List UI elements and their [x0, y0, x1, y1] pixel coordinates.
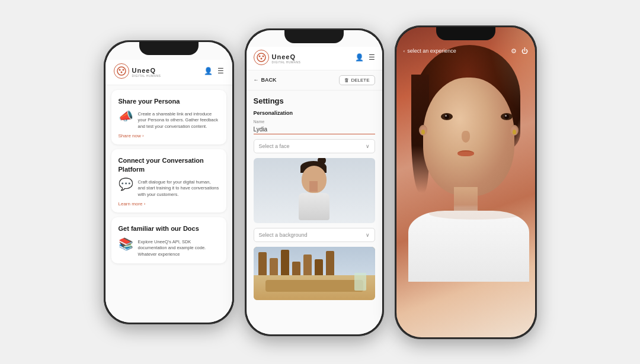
phone-1: UneeQ DIGITAL HUMANS 👤 ☰ Share your Pers… [104, 40, 234, 324]
face-dropdown[interactable]: Select a face ∨ [254, 139, 375, 153]
logo-icon-2 [254, 50, 269, 65]
name-value[interactable]: Lydia [254, 125, 375, 134]
back-arrow-icon: ← [254, 77, 259, 83]
logo-icon [114, 63, 129, 79]
svg-point-2 [122, 69, 124, 70]
settings-title: Settings [254, 96, 375, 105]
svg-point-6 [262, 55, 264, 57]
get-docs-card: Get familiar with our Docs 📚 Explore Une… [111, 217, 226, 263]
menu-icon-2[interactable]: ☰ [369, 53, 375, 62]
connect-platform-card: Connect your Conversation Platform 💬 Cra… [111, 149, 226, 212]
background-preview [254, 247, 375, 300]
user-icon[interactable]: 👤 [204, 67, 213, 75]
logo-sub: DIGITAL HUMANS [132, 74, 161, 78]
back-arrow-3[interactable]: ‹ select an experience [404, 48, 456, 54]
background-dropdown[interactable]: Select a background ∨ [254, 228, 375, 242]
settings-body: Settings Personalization Name Lydia Sele… [247, 91, 382, 306]
books-icon: 📚 [119, 237, 133, 251]
phone-2-header: UneeQ DIGITAL HUMANS 👤 ☰ [247, 47, 382, 70]
logo-text-2: UneeQ [272, 53, 296, 60]
logo-area-2: UneeQ DIGITAL HUMANS [254, 50, 301, 65]
share-persona-body: Create a shareable link and introduce yo… [138, 111, 219, 130]
experience-title: select an experience [407, 48, 456, 54]
phone-1-header: UneeQ DIGITAL HUMANS 👤 ☰ [105, 60, 232, 85]
svg-point-7 [260, 57, 262, 59]
personalization-section: Personalization [254, 110, 375, 116]
name-input-group: Name Lydia [254, 120, 375, 134]
cards-area: Share your Persona 📣 Create a shareable … [105, 85, 232, 269]
back-chevron-icon: ‹ [404, 49, 405, 54]
settings-nav: ← BACK 🗑 DELETE [247, 70, 382, 91]
phone-2: UneeQ DIGITAL HUMANS 👤 ☰ ← BACK 🗑 DELET [245, 28, 384, 336]
avatar-preview [254, 158, 375, 223]
svg-point-3 [120, 71, 122, 73]
header-icons: 👤 ☰ [204, 67, 224, 75]
connect-platform-title: Connect your Conversation Platform [119, 156, 219, 173]
connect-platform-body: Craft dialogue for your digital human, a… [138, 179, 219, 198]
trash-icon: 🗑 [344, 78, 349, 83]
avatar-figure [296, 161, 332, 220]
notch-2 [284, 30, 344, 43]
name-label: Name [254, 120, 375, 124]
megaphone-icon: 📣 [119, 109, 133, 123]
svg-point-0 [117, 67, 126, 75]
phone-3-header: ‹ select an experience ⚙ ⏻ [396, 44, 535, 59]
phone-3: ‹ select an experience ⚙ ⏻ [395, 25, 537, 339]
logo-sub-2: DIGITAL HUMANS [272, 60, 301, 64]
phone-3-screen: ‹ select an experience ⚙ ⏻ [396, 27, 535, 337]
logo-area: UneeQ DIGITAL HUMANS [114, 63, 161, 79]
share-persona-card: Share your Persona 📣 Create a shareable … [111, 90, 226, 145]
notch-3 [436, 27, 495, 40]
svg-point-1 [119, 69, 120, 70]
notch-1 [139, 42, 199, 55]
share-persona-title: Share your Persona [119, 97, 219, 105]
face-illustration [396, 27, 535, 337]
phone-2-screen: UneeQ DIGITAL HUMANS 👤 ☰ ← BACK 🗑 DELET [247, 30, 382, 334]
menu-icon[interactable]: ☰ [217, 67, 224, 75]
phone-1-screen: UneeQ DIGITAL HUMANS 👤 ☰ Share your Pers… [105, 42, 232, 323]
user-icon-2[interactable]: 👤 [355, 53, 364, 62]
share-now-link[interactable]: Share now › [119, 133, 219, 138]
back-button[interactable]: ← BACK [254, 77, 277, 83]
svg-point-4 [257, 53, 265, 62]
svg-point-5 [258, 55, 260, 57]
chat-icon: 💬 [119, 177, 133, 191]
settings-icon[interactable]: ⚙ [511, 47, 517, 55]
logo-text: UneeQ [132, 67, 156, 74]
get-docs-title: Get familiar with our Docs [119, 224, 219, 233]
delete-button[interactable]: 🗑 DELETE [339, 75, 375, 85]
chevron-down-icon: ∨ [366, 143, 370, 149]
get-docs-body: Explore UneeQ's API, SDK documentation a… [138, 239, 219, 258]
learn-more-link-1[interactable]: Learn more › [119, 201, 219, 207]
power-icon[interactable]: ⏻ [521, 47, 528, 55]
chevron-down-icon-2: ∨ [366, 232, 370, 238]
phone-3-action-icons: ⚙ ⏻ [511, 47, 528, 55]
header-icons-2: 👤 ☰ [355, 53, 375, 62]
